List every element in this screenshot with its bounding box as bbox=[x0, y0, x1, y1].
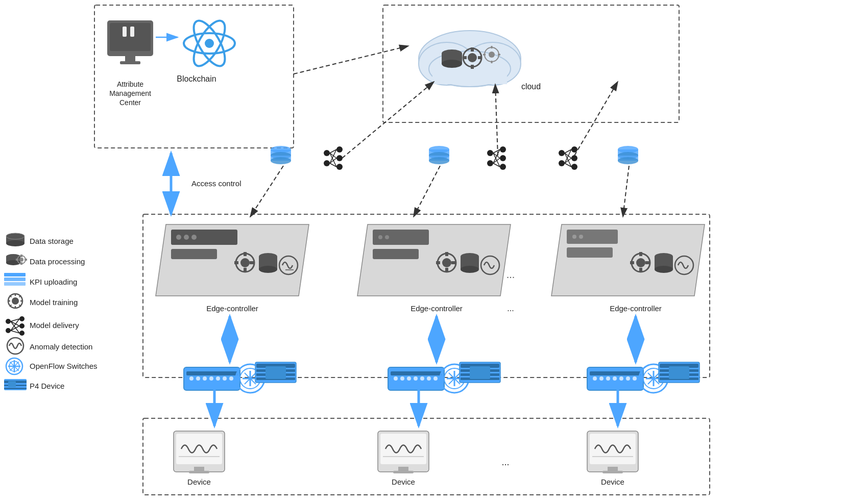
svg-marker-132 bbox=[551, 224, 705, 296]
svg-point-91 bbox=[618, 152, 638, 159]
svg-rect-2 bbox=[143, 214, 710, 377]
svg-point-29 bbox=[442, 60, 462, 68]
svg-point-27 bbox=[442, 49, 462, 58]
svg-rect-125 bbox=[445, 268, 448, 272]
svg-rect-174 bbox=[256, 373, 295, 376]
svg-point-163 bbox=[223, 376, 227, 381]
svg-point-248 bbox=[6, 260, 20, 265]
svg-rect-236 bbox=[602, 471, 623, 473]
svg-point-82 bbox=[571, 164, 577, 170]
svg-point-67 bbox=[487, 150, 493, 156]
svg-point-53 bbox=[336, 146, 343, 153]
svg-text:cloud: cloud bbox=[521, 82, 541, 91]
svg-point-102 bbox=[176, 235, 181, 240]
svg-point-164 bbox=[229, 376, 233, 381]
svg-rect-126 bbox=[436, 261, 440, 264]
svg-line-212 bbox=[648, 373, 659, 384]
svg-rect-176 bbox=[265, 366, 286, 379]
svg-point-270 bbox=[19, 316, 25, 321]
svg-point-36 bbox=[485, 47, 499, 62]
svg-point-134 bbox=[572, 235, 576, 239]
svg-rect-156 bbox=[184, 367, 240, 390]
svg-rect-178 bbox=[391, 371, 442, 375]
svg-rect-47 bbox=[271, 149, 291, 156]
svg-point-22 bbox=[419, 31, 521, 87]
svg-rect-233 bbox=[590, 434, 636, 464]
svg-line-84 bbox=[565, 153, 571, 158]
svg-point-246 bbox=[6, 254, 20, 259]
svg-point-46 bbox=[271, 146, 291, 153]
svg-point-18 bbox=[205, 39, 214, 48]
svg-rect-196 bbox=[461, 377, 499, 380]
svg-text:Device: Device bbox=[187, 477, 211, 486]
svg-rect-228 bbox=[380, 434, 426, 464]
svg-rect-26 bbox=[432, 69, 507, 84]
svg-line-73 bbox=[493, 153, 500, 158]
svg-line-87 bbox=[565, 158, 571, 163]
svg-point-62 bbox=[429, 146, 449, 153]
svg-line-45 bbox=[294, 46, 408, 74]
svg-line-96 bbox=[495, 84, 498, 156]
svg-text:...: ... bbox=[501, 457, 509, 467]
svg-point-25 bbox=[429, 51, 511, 87]
svg-line-169 bbox=[245, 373, 256, 384]
svg-rect-172 bbox=[256, 364, 295, 368]
svg-point-69 bbox=[500, 146, 506, 153]
svg-rect-109 bbox=[244, 268, 247, 272]
svg-rect-90 bbox=[618, 149, 638, 156]
svg-point-200 bbox=[593, 376, 597, 381]
svg-point-51 bbox=[324, 150, 330, 156]
legend-kpi-uploading: KPI uploading bbox=[30, 278, 77, 286]
svg-point-120 bbox=[385, 235, 389, 239]
svg-point-137 bbox=[632, 254, 650, 272]
svg-rect-230 bbox=[398, 467, 408, 471]
svg-line-278 bbox=[11, 331, 19, 333]
svg-line-57 bbox=[330, 153, 336, 158]
legend-model-delivery: Model delivery bbox=[30, 321, 79, 330]
svg-point-135 bbox=[579, 235, 583, 239]
svg-point-64 bbox=[429, 152, 449, 159]
svg-point-179 bbox=[394, 376, 398, 381]
svg-point-162 bbox=[216, 376, 220, 381]
svg-rect-199 bbox=[590, 371, 641, 375]
svg-point-269 bbox=[6, 328, 11, 333]
svg-text:Access control: Access control bbox=[191, 179, 242, 188]
svg-rect-6 bbox=[123, 27, 127, 37]
svg-line-277 bbox=[11, 326, 19, 331]
blockchain-label: Blockchain bbox=[177, 74, 216, 83]
svg-point-280 bbox=[6, 358, 22, 374]
svg-rect-8 bbox=[125, 56, 135, 61]
diagram-svg: Blockchain Attribute Management Center bbox=[0, 0, 845, 504]
svg-point-159 bbox=[196, 376, 200, 381]
svg-line-59 bbox=[330, 149, 336, 163]
svg-point-281 bbox=[9, 361, 19, 371]
svg-point-268 bbox=[6, 319, 11, 324]
svg-point-244 bbox=[6, 240, 25, 246]
svg-text:...: ... bbox=[507, 304, 514, 313]
svg-point-31 bbox=[468, 53, 477, 62]
svg-rect-287 bbox=[4, 381, 27, 383]
svg-rect-127 bbox=[451, 261, 455, 264]
svg-rect-171 bbox=[255, 362, 296, 383]
svg-rect-194 bbox=[461, 369, 499, 372]
svg-point-201 bbox=[599, 376, 603, 381]
svg-point-23 bbox=[419, 42, 475, 85]
svg-point-186 bbox=[440, 364, 469, 393]
svg-point-208 bbox=[643, 368, 664, 389]
svg-line-265 bbox=[19, 305, 21, 307]
svg-rect-235 bbox=[608, 467, 618, 471]
svg-point-279 bbox=[7, 338, 23, 354]
svg-point-114 bbox=[259, 266, 277, 273]
svg-point-107 bbox=[240, 258, 250, 267]
svg-point-115 bbox=[279, 256, 298, 274]
svg-rect-136 bbox=[567, 247, 613, 258]
svg-rect-139 bbox=[639, 252, 642, 256]
svg-point-166 bbox=[240, 368, 260, 389]
svg-rect-141 bbox=[630, 261, 634, 264]
legend-model-training: Model training bbox=[30, 298, 78, 307]
svg-point-54 bbox=[336, 155, 343, 161]
svg-rect-142 bbox=[645, 261, 649, 264]
svg-rect-177 bbox=[388, 367, 444, 390]
svg-line-98 bbox=[414, 166, 440, 217]
svg-text:Device: Device bbox=[392, 477, 415, 486]
